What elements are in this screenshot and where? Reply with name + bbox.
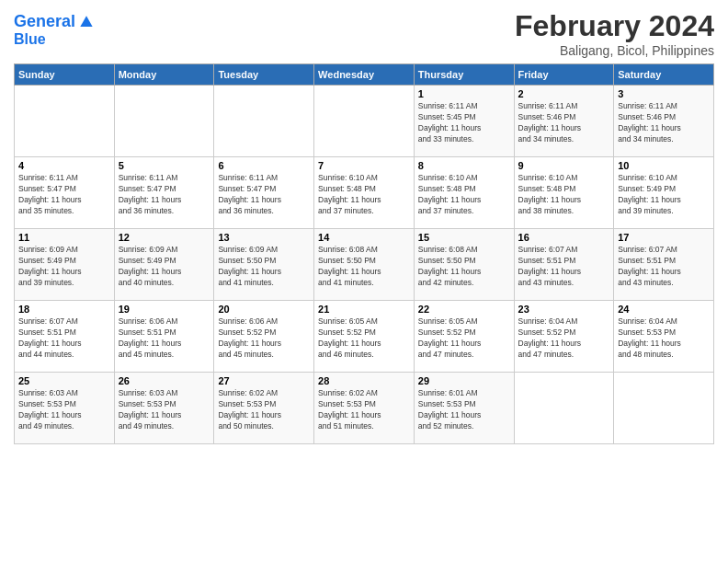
day-cell: 21Sunrise: 6:05 AMSunset: 5:52 PMDayligh…: [314, 301, 415, 373]
week-row-2: 11Sunrise: 6:09 AMSunset: 5:49 PMDayligh…: [15, 229, 714, 301]
day-info: Sunrise: 6:03 AMSunset: 5:53 PMDaylight:…: [18, 388, 110, 432]
day-info: Sunrise: 6:04 AMSunset: 5:53 PMDaylight:…: [618, 316, 710, 361]
day-cell: 11Sunrise: 6:09 AMSunset: 5:49 PMDayligh…: [15, 229, 115, 301]
day-cell: 4Sunrise: 6:11 AMSunset: 5:47 PMDaylight…: [15, 157, 115, 229]
day-number: 2: [518, 88, 610, 99]
day-number: 1: [418, 88, 510, 99]
day-info: Sunrise: 6:10 AMSunset: 5:48 PMDaylight:…: [418, 173, 510, 217]
day-number: 17: [618, 232, 710, 243]
day-info: Sunrise: 6:10 AMSunset: 5:48 PMDaylight:…: [318, 173, 410, 217]
day-info: Sunrise: 6:03 AMSunset: 5:53 PMDaylight:…: [119, 388, 210, 432]
day-info: Sunrise: 6:07 AMSunset: 5:51 PMDaylight:…: [18, 316, 110, 361]
day-cell: 19Sunrise: 6:06 AMSunset: 5:51 PMDayligh…: [114, 301, 214, 373]
week-row-4: 25Sunrise: 6:03 AMSunset: 5:53 PMDayligh…: [15, 373, 714, 444]
day-info: Sunrise: 6:06 AMSunset: 5:51 PMDaylight:…: [119, 316, 210, 361]
week-row-3: 18Sunrise: 6:07 AMSunset: 5:51 PMDayligh…: [15, 301, 714, 373]
day-cell: [514, 373, 614, 444]
day-number: 15: [418, 232, 510, 243]
day-number: 12: [119, 232, 210, 243]
day-cell: [214, 86, 314, 157]
day-info: Sunrise: 6:09 AMSunset: 5:50 PMDaylight:…: [218, 245, 310, 289]
page: General Blue February 2024 Baligang, Bic…: [0, 0, 728, 563]
day-cell: 18Sunrise: 6:07 AMSunset: 5:51 PMDayligh…: [15, 301, 115, 373]
day-cell: [15, 86, 115, 157]
day-cell: 1Sunrise: 6:11 AMSunset: 5:45 PMDaylight…: [414, 86, 514, 157]
day-number: 9: [518, 160, 610, 171]
day-cell: 16Sunrise: 6:07 AMSunset: 5:51 PMDayligh…: [514, 229, 614, 301]
day-number: 7: [318, 160, 410, 171]
day-info: Sunrise: 6:09 AMSunset: 5:49 PMDaylight:…: [119, 245, 210, 289]
day-number: 28: [318, 375, 410, 386]
day-cell: 22Sunrise: 6:05 AMSunset: 5:52 PMDayligh…: [414, 301, 514, 373]
day-info: Sunrise: 6:11 AMSunset: 5:47 PMDaylight:…: [119, 173, 210, 217]
day-info: Sunrise: 6:05 AMSunset: 5:52 PMDaylight:…: [318, 316, 410, 361]
day-number: 27: [218, 375, 310, 386]
day-cell: 8Sunrise: 6:10 AMSunset: 5:48 PMDaylight…: [414, 157, 514, 229]
day-info: Sunrise: 6:11 AMSunset: 5:46 PMDaylight:…: [618, 101, 710, 145]
day-number: 19: [119, 304, 210, 315]
day-info: Sunrise: 6:11 AMSunset: 5:47 PMDaylight:…: [218, 173, 310, 217]
calendar-body: 1Sunrise: 6:11 AMSunset: 5:45 PMDaylight…: [15, 86, 714, 444]
day-number: 21: [318, 304, 410, 315]
day-number: 11: [18, 232, 110, 243]
day-info: Sunrise: 6:01 AMSunset: 5:53 PMDaylight:…: [418, 388, 510, 432]
day-cell: [614, 373, 714, 444]
day-info: Sunrise: 6:11 AMSunset: 5:45 PMDaylight:…: [418, 101, 510, 145]
col-sunday: Sunday: [15, 64, 115, 86]
day-cell: 2Sunrise: 6:11 AMSunset: 5:46 PMDaylight…: [514, 86, 614, 157]
day-number: 8: [418, 160, 510, 171]
day-cell: [314, 86, 415, 157]
day-cell: 7Sunrise: 6:10 AMSunset: 5:48 PMDaylight…: [314, 157, 415, 229]
calendar-table: Sunday Monday Tuesday Wednesday Thursday…: [14, 63, 714, 444]
col-friday: Friday: [514, 64, 614, 86]
day-number: 13: [218, 232, 310, 243]
day-info: Sunrise: 6:10 AMSunset: 5:49 PMDaylight:…: [618, 173, 710, 217]
day-cell: [114, 86, 214, 157]
day-number: 16: [518, 232, 610, 243]
svg-marker-0: [80, 16, 92, 27]
day-info: Sunrise: 6:02 AMSunset: 5:53 PMDaylight:…: [318, 388, 410, 432]
logo: General Blue: [14, 13, 96, 48]
day-info: Sunrise: 6:09 AMSunset: 5:49 PMDaylight:…: [18, 245, 110, 289]
logo-text2: Blue: [14, 31, 96, 48]
col-saturday: Saturday: [614, 64, 714, 86]
day-number: 29: [418, 375, 510, 386]
day-cell: 10Sunrise: 6:10 AMSunset: 5:49 PMDayligh…: [614, 157, 714, 229]
day-number: 24: [618, 304, 710, 315]
day-info: Sunrise: 6:04 AMSunset: 5:52 PMDaylight:…: [518, 316, 610, 361]
day-cell: 14Sunrise: 6:08 AMSunset: 5:50 PMDayligh…: [314, 229, 415, 301]
day-number: 18: [18, 304, 110, 315]
day-number: 26: [119, 375, 210, 386]
day-number: 6: [218, 160, 310, 171]
day-cell: 9Sunrise: 6:10 AMSunset: 5:48 PMDaylight…: [514, 157, 614, 229]
day-info: Sunrise: 6:11 AMSunset: 5:46 PMDaylight:…: [518, 101, 610, 145]
header: General Blue February 2024 Baligang, Bic…: [14, 9, 714, 58]
day-cell: 12Sunrise: 6:09 AMSunset: 5:49 PMDayligh…: [114, 229, 214, 301]
day-info: Sunrise: 6:10 AMSunset: 5:48 PMDaylight:…: [518, 173, 610, 217]
day-number: 10: [618, 160, 710, 171]
day-cell: 28Sunrise: 6:02 AMSunset: 5:53 PMDayligh…: [314, 373, 415, 444]
day-number: 25: [18, 375, 110, 386]
day-cell: 13Sunrise: 6:09 AMSunset: 5:50 PMDayligh…: [214, 229, 314, 301]
day-cell: 5Sunrise: 6:11 AMSunset: 5:47 PMDaylight…: [114, 157, 214, 229]
day-number: 3: [618, 88, 710, 99]
week-row-1: 4Sunrise: 6:11 AMSunset: 5:47 PMDaylight…: [15, 157, 714, 229]
col-tuesday: Tuesday: [214, 64, 314, 86]
logo-icon: [77, 13, 96, 31]
day-number: 5: [119, 160, 210, 171]
subtitle: Baligang, Bicol, Philippines: [515, 43, 714, 58]
day-cell: 25Sunrise: 6:03 AMSunset: 5:53 PMDayligh…: [15, 373, 115, 444]
day-info: Sunrise: 6:07 AMSunset: 5:51 PMDaylight:…: [518, 245, 610, 289]
week-row-0: 1Sunrise: 6:11 AMSunset: 5:45 PMDaylight…: [15, 86, 714, 157]
day-info: Sunrise: 6:07 AMSunset: 5:51 PMDaylight:…: [618, 245, 710, 289]
day-cell: 23Sunrise: 6:04 AMSunset: 5:52 PMDayligh…: [514, 301, 614, 373]
logo-text: General: [14, 13, 75, 31]
day-number: 23: [518, 304, 610, 315]
col-wednesday: Wednesday: [314, 64, 415, 86]
main-title: February 2024: [515, 9, 714, 43]
col-thursday: Thursday: [414, 64, 514, 86]
day-cell: 26Sunrise: 6:03 AMSunset: 5:53 PMDayligh…: [114, 373, 214, 444]
col-monday: Monday: [114, 64, 214, 86]
day-cell: 17Sunrise: 6:07 AMSunset: 5:51 PMDayligh…: [614, 229, 714, 301]
day-info: Sunrise: 6:06 AMSunset: 5:52 PMDaylight:…: [218, 316, 310, 361]
